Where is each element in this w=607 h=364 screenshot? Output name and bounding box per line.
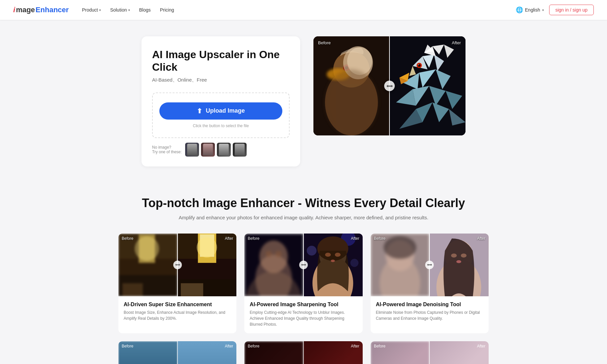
nav-right: 🌐 English ▾ sign in / sign up: [516, 5, 594, 15]
sample-image-1[interactable]: [185, 143, 199, 157]
svg-point-51: [265, 251, 272, 257]
hero-subtitle: AI-Based、Online、Free: [152, 77, 290, 83]
nav-pricing-label: Pricing: [160, 7, 174, 13]
before-label: Before: [122, 344, 133, 348]
nav-product-label: Product: [82, 7, 98, 13]
sample-label: No image? Try one of these:: [152, 145, 182, 154]
feature-desc-1: Boost Image Size, Enhance Actual Image R…: [124, 309, 231, 321]
sample-image-4[interactable]: [233, 143, 247, 157]
after-label: After: [351, 236, 359, 241]
sample-image-2[interactable]: [201, 143, 215, 157]
before-label: Before: [122, 236, 133, 241]
upload-hint: Click the button to select the file: [193, 124, 249, 128]
svg-point-57: [350, 259, 359, 267]
features-title: Top-notch Image Enhancer - Witness Every…: [118, 196, 489, 210]
svg-point-73: [461, 253, 466, 257]
feature-content-2: AI-Powered Image Sharpening Tool Employ …: [244, 296, 362, 333]
feature-img-3: ⟺ Before After: [371, 234, 489, 296]
feature-img-1: ⟺ Before After: [118, 234, 236, 296]
logo-enhancer: Enhancer: [36, 6, 69, 14]
feature-name-1: AI-Driven Super Size Enhancement: [124, 302, 231, 308]
language-button[interactable]: 🌐 English ▾: [516, 6, 544, 14]
feature-desc-2: Employ Cutting-edge AI Technology to Unb…: [250, 309, 357, 327]
after-label: After: [477, 236, 485, 241]
upload-button-label: Upload Image: [206, 107, 245, 114]
slider-handle[interactable]: ⟺: [173, 261, 182, 269]
svg-point-62: [335, 253, 341, 257]
slider-handle[interactable]: ⟺: [425, 261, 434, 269]
after-label: After: [452, 40, 461, 45]
nav-product[interactable]: Product ▾: [82, 7, 101, 13]
hero-preview-panel: Before After ⟺: [313, 36, 465, 135]
svg-point-56: [307, 246, 317, 256]
upload-icon: ⬆: [197, 107, 202, 115]
chevron-down-icon: ▾: [542, 8, 544, 12]
divider-line: [303, 341, 304, 364]
after-label: After: [477, 344, 485, 348]
feature-content-1: AI-Driven Super Size Enhancement Boost I…: [118, 296, 236, 327]
features-subtitle: Amplify and enhance your photos for enha…: [118, 215, 489, 220]
svg-point-61: [325, 253, 331, 257]
feature-desc-3: Eliminate Noise from Photos Captured by …: [376, 309, 483, 321]
svg-point-52: [275, 251, 282, 257]
svg-point-63: [331, 260, 335, 262]
before-label: Before: [248, 236, 259, 241]
after-label: After: [351, 344, 359, 348]
feature-name-2: AI-Powered Image Sharpening Tool: [250, 302, 357, 308]
svg-rect-47: [181, 283, 203, 296]
after-label: After: [225, 344, 233, 348]
slider-handle[interactable]: ⟺: [384, 81, 395, 91]
svg-point-74: [457, 260, 462, 263]
before-label: Before: [318, 40, 331, 45]
svg-rect-40: [122, 283, 143, 296]
nav-solution[interactable]: Solution ▾: [110, 7, 130, 13]
before-label: Before: [374, 344, 385, 348]
features-section: Top-notch Image Enhancer - Witness Every…: [105, 180, 502, 364]
svg-point-9: [325, 69, 378, 135]
nav-solution-label: Solution: [110, 7, 127, 13]
chevron-down-icon: ▾: [128, 8, 130, 12]
before-label: Before: [248, 344, 259, 348]
nav-blogs[interactable]: Blogs: [139, 7, 151, 13]
navbar: i mage Enhancer Product ▾ Solution ▾ Blo…: [0, 0, 607, 20]
sample-image-3[interactable]: [217, 143, 231, 157]
after-label: After: [225, 236, 233, 241]
logo[interactable]: i mage Enhancer: [13, 6, 69, 14]
upload-area: ⬆ Upload Image Click the button to selec…: [152, 92, 290, 138]
signin-button[interactable]: sign in / sign up: [549, 5, 594, 15]
nav-links: Product ▾ Solution ▾ Blogs Pricing: [82, 7, 516, 13]
bottom-card-3: Before After: [371, 341, 489, 364]
features-bottom-grid: Before After Before After Before After: [118, 341, 489, 364]
nav-blogs-label: Blogs: [139, 7, 151, 13]
feature-card-2: ⟺ Before After AI-Powered Image Sharpeni…: [244, 234, 362, 333]
sample-row: No image? Try one of these:: [152, 143, 290, 157]
upload-button[interactable]: ⬆ Upload Image: [159, 102, 282, 120]
eagle-before-after: Before After ⟺: [313, 36, 465, 135]
svg-point-68: [384, 236, 416, 259]
svg-point-45: [197, 237, 217, 258]
feature-content-3: AI-Powered Image Denoising Tool Eliminat…: [371, 296, 489, 327]
hero-title: AI Image Upscaler in One Click: [152, 48, 290, 74]
language-label: English: [525, 7, 540, 13]
globe-icon: 🌐: [516, 6, 523, 14]
sample-images: [185, 143, 247, 157]
bottom-card-2: Before After: [244, 341, 362, 364]
divider-line: [429, 341, 430, 364]
svg-point-30: [418, 64, 419, 65]
feature-card-1: ⟺ Before After AI-Driven Super Size Enha…: [118, 234, 236, 333]
logo-image: mage: [16, 6, 35, 14]
feature-name-3: AI-Powered Image Denoising Tool: [376, 302, 483, 308]
divider-line: [177, 341, 178, 364]
feature-card-3: ⟺ Before After AI-Powered Image Denoisin…: [371, 234, 489, 333]
eagle-after-svg: [389, 36, 465, 135]
chevron-down-icon: ▾: [99, 8, 101, 12]
svg-point-38: [135, 237, 159, 261]
slider-handle[interactable]: ⟺: [299, 261, 308, 269]
hero-upload-panel: AI Image Upscaler in One Click AI-Based、…: [142, 36, 300, 166]
nav-pricing[interactable]: Pricing: [160, 7, 174, 13]
before-label: Before: [374, 236, 385, 241]
bottom-card-1: Before After: [118, 341, 236, 364]
hero-section: AI Image Upscaler in One Click AI-Based、…: [105, 20, 502, 180]
feature-img-2: ⟺ Before After: [244, 234, 362, 296]
logo-i: i: [13, 6, 15, 14]
